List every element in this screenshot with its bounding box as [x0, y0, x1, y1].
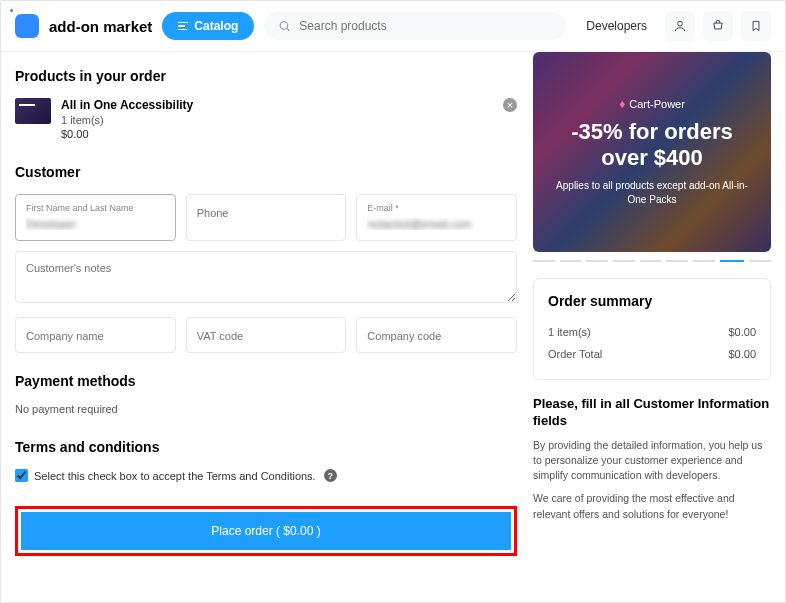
main-content: Products in your order All in One Access… [1, 52, 785, 556]
product-qty: 1 item(s) [61, 114, 193, 126]
left-column: Products in your order All in One Access… [15, 52, 517, 556]
terms-row: Select this check box to accept the Term… [15, 469, 517, 482]
user-icon [673, 19, 687, 33]
company-field[interactable] [15, 317, 176, 353]
products-title: Products in your order [15, 68, 517, 84]
cart-icon [711, 19, 725, 33]
summary-total-value: $0.00 [728, 348, 756, 360]
header: add-on market Catalog Developers [1, 1, 785, 52]
promo-card[interactable]: ♦ Cart-Power -35% for orders over $400 A… [533, 52, 771, 252]
product-name[interactable]: All in One Accessibility [61, 98, 193, 112]
form-row-1: First Name and Last Name E-mail * [15, 194, 517, 241]
bookmark-button[interactable] [741, 11, 771, 41]
remove-product-button[interactable] [503, 98, 517, 112]
company-code-field[interactable] [356, 317, 517, 353]
promo-dot[interactable] [749, 260, 771, 262]
search-icon [278, 19, 291, 33]
account-button[interactable] [665, 11, 695, 41]
email-field[interactable]: E-mail * [356, 194, 517, 241]
place-order-highlight: Place order ( $0.00 ) [15, 506, 517, 556]
first-name-input[interactable] [26, 218, 165, 230]
first-name-label: First Name and Last Name [26, 203, 165, 213]
cart-power-icon: ♦ [619, 97, 625, 111]
summary-row-total: Order Total $0.00 [548, 343, 756, 365]
promo-brand: ♦ Cart-Power [619, 97, 685, 111]
summary-title: Order summary [548, 293, 756, 309]
promo-dot[interactable] [666, 260, 688, 262]
promo-dot[interactable] [533, 260, 555, 262]
logo-icon[interactable] [15, 14, 39, 38]
order-summary-card: Order summary 1 item(s) $0.00 Order Tota… [533, 278, 771, 380]
payment-title: Payment methods [15, 373, 517, 389]
summary-total-label: Order Total [548, 348, 602, 360]
svg-line-1 [287, 28, 289, 30]
search-input[interactable] [299, 19, 552, 33]
info-block: Please, fill in all Customer Information… [533, 396, 771, 522]
form-row-2 [15, 317, 517, 353]
email-input[interactable] [367, 218, 506, 230]
summary-items-label: 1 item(s) [548, 326, 591, 338]
catalog-button[interactable]: Catalog [162, 12, 254, 40]
phone-field[interactable] [186, 194, 347, 241]
help-icon[interactable]: ? [324, 469, 337, 482]
promo-headline: -35% for orders over $400 [549, 119, 755, 172]
promo-brand-label: Cart-Power [629, 98, 685, 110]
terms-label: Select this check box to accept the Term… [34, 470, 316, 482]
promo-subtext: Applies to all products except add-on Al… [549, 179, 755, 207]
place-order-button[interactable]: Place order ( $0.00 ) [21, 512, 511, 550]
vat-input[interactable] [197, 330, 336, 342]
bookmark-icon [749, 19, 763, 33]
menu-lines-icon [178, 22, 188, 31]
company-code-input[interactable] [367, 330, 506, 342]
email-label: E-mail * [367, 203, 506, 213]
phone-input[interactable] [197, 207, 336, 219]
promo-pagination [533, 260, 771, 262]
developers-link[interactable]: Developers [576, 13, 657, 39]
catalog-label: Catalog [194, 19, 238, 33]
promo-dot[interactable] [613, 260, 635, 262]
promo-dot[interactable] [640, 260, 662, 262]
terms-title: Terms and conditions [15, 439, 517, 455]
product-row: All in One Accessibility 1 item(s) $0.00 [15, 98, 517, 140]
terms-checkbox[interactable] [15, 469, 28, 482]
promo-dot[interactable] [693, 260, 715, 262]
summary-row-items: 1 item(s) $0.00 [548, 321, 756, 343]
company-input[interactable] [26, 330, 165, 342]
search-container[interactable] [264, 12, 566, 40]
product-price: $0.00 [61, 128, 193, 140]
notes-textarea[interactable] [15, 251, 517, 303]
product-info: All in One Accessibility 1 item(s) $0.00 [61, 98, 193, 140]
header-right: Developers [576, 11, 771, 41]
brand-name[interactable]: add-on market [49, 18, 152, 35]
info-p1: By providing the detailed information, y… [533, 438, 771, 484]
info-title: Please, fill in all Customer Information… [533, 396, 771, 430]
product-thumbnail [15, 98, 51, 124]
summary-items-value: $0.00 [728, 326, 756, 338]
first-name-field[interactable]: First Name and Last Name [15, 194, 176, 241]
promo-dot[interactable] [586, 260, 608, 262]
cart-button[interactable] [703, 11, 733, 41]
info-p2: We care of providing the most effective … [533, 491, 771, 521]
payment-text: No payment required [15, 403, 517, 415]
promo-dot-active[interactable] [720, 260, 745, 262]
promo-dot[interactable] [560, 260, 582, 262]
right-column: ♦ Cart-Power -35% for orders over $400 A… [533, 52, 771, 556]
svg-point-2 [678, 21, 683, 26]
svg-point-0 [281, 22, 289, 30]
customer-title: Customer [15, 164, 517, 180]
vat-field[interactable] [186, 317, 347, 353]
